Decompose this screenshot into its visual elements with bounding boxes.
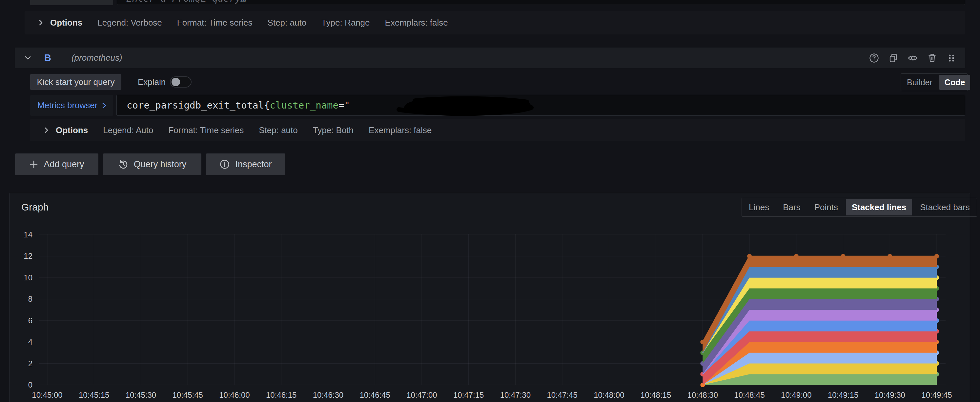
query-a-options-toggle[interactable]: Options: [37, 18, 82, 28]
type-summary: Type: Range: [321, 18, 370, 28]
data-point: [747, 351, 752, 355]
toggle-knob: [172, 78, 180, 86]
legend-summary: Legend: Verbose: [97, 18, 162, 28]
promql-query-input[interactable]: core_parsigdb_exit_total{cluster_name=""…: [116, 95, 965, 116]
data-point: [747, 308, 752, 312]
tab-lines[interactable]: Lines: [742, 198, 776, 216]
query-b-options-toggle[interactable]: Options: [43, 125, 88, 135]
x-tick-label: 10:49:30: [875, 391, 905, 399]
metrics-browser-fragment-a[interactable]: [30, 0, 113, 5]
data-point: [747, 265, 752, 269]
copy-icon[interactable]: [888, 53, 899, 63]
x-tick-label: 10:46:00: [219, 391, 250, 399]
y-tick-label: 8: [28, 294, 32, 303]
series-band-series-3: [703, 351, 939, 385]
data-point: [934, 361, 939, 366]
y-tick-label: 6: [28, 316, 32, 325]
data-point: [794, 329, 799, 334]
data-point: [888, 372, 892, 377]
series-band-series-2: [703, 361, 939, 385]
data-point: [747, 329, 752, 334]
data-point: [841, 361, 846, 366]
inspector-button[interactable]: Inspector: [206, 153, 285, 175]
data-point: [747, 286, 752, 291]
mode-code[interactable]: Code: [939, 75, 970, 90]
query-equals: =: [339, 100, 344, 111]
data-point: [841, 318, 846, 323]
data-point: [841, 265, 846, 269]
history-icon: [118, 159, 129, 170]
mode-builder[interactable]: Builder: [901, 74, 939, 91]
query-label-name: cluster_name: [270, 100, 339, 111]
series-band-series-12: [700, 254, 939, 353]
chevron-right-icon: [101, 102, 107, 109]
data-point: [794, 340, 799, 344]
x-tick-label: 10:46:30: [313, 391, 344, 399]
chevron-right-icon: [43, 127, 50, 134]
series-band-series-1: [703, 372, 939, 385]
data-point: [700, 361, 705, 366]
tab-bars[interactable]: Bars: [776, 198, 807, 216]
explain-toggle[interactable]: [170, 76, 191, 87]
x-tick-label: 10:49:45: [921, 391, 952, 399]
promql-input-fragment-a[interactable]: Enter a PromQL query…: [117, 0, 965, 5]
query-b-options-row[interactable]: Options Legend: Auto Format: Time series…: [30, 119, 965, 141]
series-band-series-5: [700, 329, 939, 385]
explain-label: Explain: [138, 74, 165, 90]
kick-start-query-button[interactable]: Kick start your query: [30, 74, 121, 90]
redaction-scribble: [396, 95, 536, 116]
data-point: [888, 254, 892, 258]
data-point: [841, 286, 846, 291]
data-point: [747, 318, 752, 323]
legend-summary: Legend: Auto: [103, 125, 153, 135]
data-point: [934, 308, 939, 312]
exemplars-summary: Exemplars: false: [385, 18, 448, 28]
tab-stacked-lines[interactable]: Stacked lines: [846, 199, 912, 215]
x-tick-label: 10:49:15: [828, 391, 858, 399]
x-tick-label: 10:45:45: [172, 391, 203, 399]
metrics-browser-button[interactable]: Metrics browser: [30, 95, 113, 116]
data-point: [700, 340, 705, 344]
trash-icon[interactable]: [927, 53, 937, 63]
data-point: [888, 318, 892, 323]
query-b-header[interactable]: B (prometheus): [15, 48, 965, 68]
x-tick-label: 10:47:45: [547, 391, 577, 399]
data-point: [747, 275, 752, 280]
data-point: [934, 318, 939, 323]
data-point: [747, 297, 752, 301]
add-query-button[interactable]: Add query: [15, 153, 99, 175]
series-band-series-10: [703, 275, 939, 353]
options-label: Options: [56, 125, 88, 135]
x-tick-label: 10:45:30: [126, 391, 156, 399]
metrics-browser-label: Metrics browser: [37, 100, 97, 111]
grafana-explore-screen: Enter a PromQL query… Options Legend: Ve…: [0, 0, 980, 402]
data-point: [841, 275, 846, 280]
help-icon[interactable]: [869, 53, 879, 63]
data-point: [888, 286, 892, 291]
chevron-down-icon[interactable]: [23, 54, 32, 63]
drag-handle-icon[interactable]: [946, 53, 957, 63]
x-tick-label: 10:46:45: [360, 391, 390, 399]
query-close: "}: [517, 100, 529, 111]
type-summary: Type: Both: [313, 125, 353, 135]
stacked-area-chart[interactable]: 10:45:0010:45:1510:45:3010:45:4510:46:00…: [10, 193, 970, 402]
series-band-series-11: [703, 265, 939, 353]
kick-start-label: Kick start your query: [37, 77, 115, 87]
data-point: [747, 361, 752, 366]
query-a-options-row[interactable]: Options Legend: Verbose Format: Time ser…: [25, 11, 965, 35]
query-history-button[interactable]: Query history: [103, 153, 201, 175]
x-tick-label: 10:48:00: [593, 391, 624, 399]
x-tick-label: 10:48:45: [734, 391, 765, 399]
tab-stacked-bars[interactable]: Stacked bars: [913, 198, 977, 216]
tab-points[interactable]: Points: [808, 198, 845, 216]
data-point: [934, 297, 939, 301]
x-tick-label: 10:45:15: [79, 391, 109, 399]
data-point: [934, 340, 939, 344]
x-tick-label: 10:48:15: [641, 391, 671, 399]
inspector-label: Inspector: [235, 159, 272, 170]
graph-panel: Graph Lines Bars Points Stacked lines St…: [9, 193, 970, 402]
editor-mode-switch: Builder Code: [900, 73, 967, 91]
step-summary: Step: auto: [259, 125, 298, 135]
eye-icon[interactable]: [907, 53, 918, 63]
data-point: [934, 265, 939, 269]
